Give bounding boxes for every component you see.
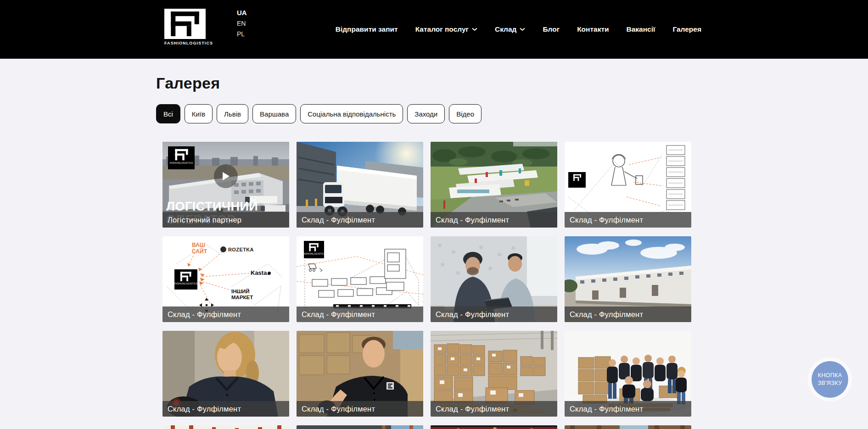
gallery-item-cropped-1[interactable]: [162, 425, 289, 429]
gallery-item-cropped-4[interactable]: [565, 425, 691, 429]
lang-en[interactable]: EN: [237, 20, 247, 27]
brand-name: FASHIONLOGISTICS: [164, 41, 216, 45]
play-icon: [214, 164, 238, 188]
filter-video[interactable]: Відео: [449, 104, 482, 123]
gallery-item-industrial-park[interactable]: Склад - Фулфілмент: [431, 142, 557, 228]
caption: Склад - Фулфілмент: [565, 212, 691, 228]
chevron-down-icon: [520, 28, 525, 31]
chevron-down-icon: [472, 28, 477, 31]
nav-warehouse[interactable]: Склад: [495, 25, 525, 33]
lang-pl[interactable]: PL: [237, 30, 247, 38]
filter-all[interactable]: Всі: [156, 104, 180, 123]
filter-lviv[interactable]: Львів: [217, 104, 248, 123]
gallery-item-video-warehouse[interactable]: FASHIONLOGISTICS ЛОГІСТИЧНИЙ ОПЕРАТОР Ло…: [162, 142, 289, 228]
gallery-item-worker-scanner[interactable]: Склад - Фулфілмент: [162, 331, 289, 417]
gallery-item-technical-drawing[interactable]: Склад - Фулфілмент: [565, 142, 691, 228]
caption: Склад - Фулфілмент: [297, 401, 423, 417]
brand-logo[interactable]: FASHIONLOGISTICS: [164, 9, 216, 45]
nav-gallery[interactable]: Галерея: [672, 25, 701, 33]
kasta-icon: [268, 272, 271, 275]
caption: Склад - Фулфілмент: [162, 306, 289, 322]
nav-blog[interactable]: Блог: [543, 25, 560, 33]
nav-send-request[interactable]: Відправити запит: [336, 25, 398, 33]
main-nav: Відправити запит Каталог послуг Склад Бл…: [336, 0, 701, 59]
gallery-item-cropped-3[interactable]: [431, 425, 557, 429]
rozetka-icon: [220, 246, 226, 252]
diagram-label-other-market: ІНШИЙ МАРКЕТ: [231, 289, 263, 301]
caption: Логістичний партнер: [162, 212, 289, 228]
caption: Склад - Фулфілмент: [431, 212, 557, 228]
gallery-item-warehouse-diagram[interactable]: FASHIONLOGISTICS www.fashionlogistics.co…: [297, 236, 423, 322]
gallery-item-team-photo[interactable]: Склад - Фулфілмент: [565, 331, 691, 417]
contact-floating-button[interactable]: КНОПКА ЗВ'ЯЗКУ: [808, 357, 852, 401]
contact-button-label-line2: ЗВ'ЯЗКУ: [818, 379, 842, 387]
gallery-item-marketplace-diagram[interactable]: FASHIONLOGISTICS ВАШ САЙТ ROZETKA Kasta …: [162, 236, 289, 322]
diagram-label-rozetka: ROZETKA: [220, 246, 254, 252]
warehouse-photo: [297, 425, 423, 429]
gallery-filters: Всі Київ Львів Варшава Соціальна відпові…: [156, 104, 702, 123]
contact-button-label-line1: КНОПКА: [818, 372, 842, 379]
filter-kyiv[interactable]: Київ: [185, 104, 213, 123]
warehouse-aisle-photo: [162, 425, 289, 429]
fl-logo-watermark: FASHIONLOGISTICS: [174, 269, 197, 290]
caption: Склад - Фулфілмент: [431, 306, 557, 322]
caption: Склад - Фулфілмент: [565, 401, 691, 417]
nav-vacancies[interactable]: Вакансії: [627, 25, 655, 33]
dark-warehouse-photo: [431, 425, 557, 429]
nav-contacts[interactable]: Контакти: [577, 25, 609, 33]
gallery-item-stacked-boxes[interactable]: Склад - Фулфілмент: [431, 331, 557, 417]
gallery-item-office-meeting[interactable]: Склад - Фулфілмент: [431, 236, 557, 322]
gallery-grid: FASHIONLOGISTICS ЛОГІСТИЧНИЙ ОПЕРАТОР Ло…: [162, 142, 702, 429]
site-header: FASHIONLOGISTICS UA EN PL Відправити зап…: [0, 0, 868, 59]
lang-ua[interactable]: UA: [237, 9, 247, 17]
gallery-item-truck[interactable]: Склад - Фулфілмент: [297, 142, 423, 228]
fl-logo-watermark: FASHIONLOGISTICS: [168, 146, 195, 169]
gallery-item-worker-polo[interactable]: Склад - Фулфілмент: [297, 331, 423, 417]
diagram-label-kasta: Kasta: [251, 269, 271, 276]
caption: Склад - Фулфілмент: [297, 212, 423, 228]
diagram-label-your-site: ВАШ САЙТ: [192, 242, 216, 255]
fl-logo-watermark: [568, 172, 586, 188]
brand-logo-icon: [164, 9, 206, 39]
filter-events[interactable]: Заходи: [407, 104, 445, 123]
page-title: Галерея: [156, 74, 702, 92]
nav-service-catalog[interactable]: Каталог послуг: [415, 25, 477, 33]
language-switcher: UA EN PL: [237, 9, 247, 38]
gallery-item-cropped-2[interactable]: [297, 425, 423, 429]
caption: Склад - Фулфілмент: [297, 306, 423, 322]
caption: Склад - Фулфілмент: [162, 401, 289, 417]
caption: Склад - Фулфілмент: [565, 306, 691, 322]
caption: Склад - Фулфілмент: [431, 401, 557, 417]
gallery-page: Галерея Всі Київ Львів Варшава Соціальна…: [0, 74, 702, 429]
gallery-item-warehouse-exterior[interactable]: Склад - Фулфілмент: [565, 236, 691, 322]
filter-social-responsibility[interactable]: Соціальна відповідальність: [300, 104, 403, 123]
filter-warsaw[interactable]: Варшава: [252, 104, 296, 123]
fl-logo-watermark: FASHIONLOGISTICS: [304, 241, 324, 258]
warehouse-worker-photo: [565, 425, 691, 429]
